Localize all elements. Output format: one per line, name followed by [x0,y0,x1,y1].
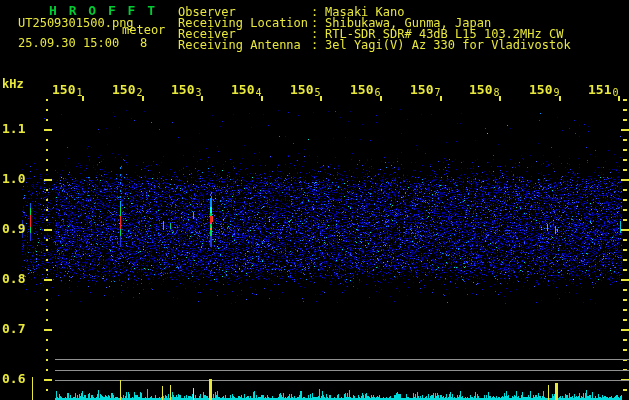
time-tick-label: 1506 [350,83,381,96]
time-tick-label-main: 150 [350,82,373,97]
time-tick-label-main: 151 [588,82,611,97]
time-tick-label: 1507 [410,83,441,96]
spectrogram-canvas [0,0,629,400]
time-tick-label-main: 150 [231,82,254,97]
time-tick-label-main: 150 [171,82,194,97]
time-tick-label-main: 150 [469,82,492,97]
time-tick-label: 1508 [469,83,500,96]
datetime-label: 25.09.30 15:00 [18,37,119,49]
time-tick-label-main: 150 [529,82,552,97]
frequency-axis-unit: kHz [2,78,24,90]
info-colon: : [311,39,318,51]
time-tick-label-minute: 1 [76,87,82,98]
time-tick-label-minute: 6 [374,87,380,98]
time-tick-label: 1509 [529,83,560,96]
time-tick-label-main: 150 [410,82,433,97]
time-tick-label: 1503 [171,83,202,96]
freq-tick-label: 0.9 [2,222,25,235]
time-tick-label-minute: 4 [255,87,261,98]
time-tick-label-main: 150 [112,82,135,97]
time-tick-label-minute: 5 [314,87,320,98]
time-tick-label-minute: 7 [434,87,440,98]
time-tick-label-minute: 0 [612,87,618,98]
time-tick-label-main: 150 [52,82,75,97]
station-name: meteor [122,24,165,36]
time-tick-label-minute: 2 [136,87,142,98]
freq-tick-label: 1.0 [2,172,25,185]
time-tick-label: 1505 [290,83,321,96]
time-tick-label-main: 150 [290,82,313,97]
output-filename: UT2509301500.png [18,17,134,29]
time-tick-label-minute: 8 [493,87,499,98]
time-tick-label: 1504 [231,83,262,96]
time-tick-label: 1510 [588,83,619,96]
freq-tick-label: 0.7 [2,322,25,335]
info-label: Receiving Antenna [178,39,301,51]
freq-tick-label: 1.1 [2,122,25,135]
time-tick-label-minute: 3 [195,87,201,98]
time-tick-label: 1501 [52,83,83,96]
time-tick-label-minute: 9 [553,87,559,98]
time-tick-label: 1502 [112,83,143,96]
hrofft-screen: H R O F F T UT2509301500.png meteor 25.0… [0,0,629,400]
freq-tick-label: 0.8 [2,272,25,285]
freq-tick-label: 0.6 [2,372,25,385]
echo-count: 8 [140,37,147,49]
info-value: 3el Yagi(V) Az 330 for Vladivostok [325,39,571,51]
